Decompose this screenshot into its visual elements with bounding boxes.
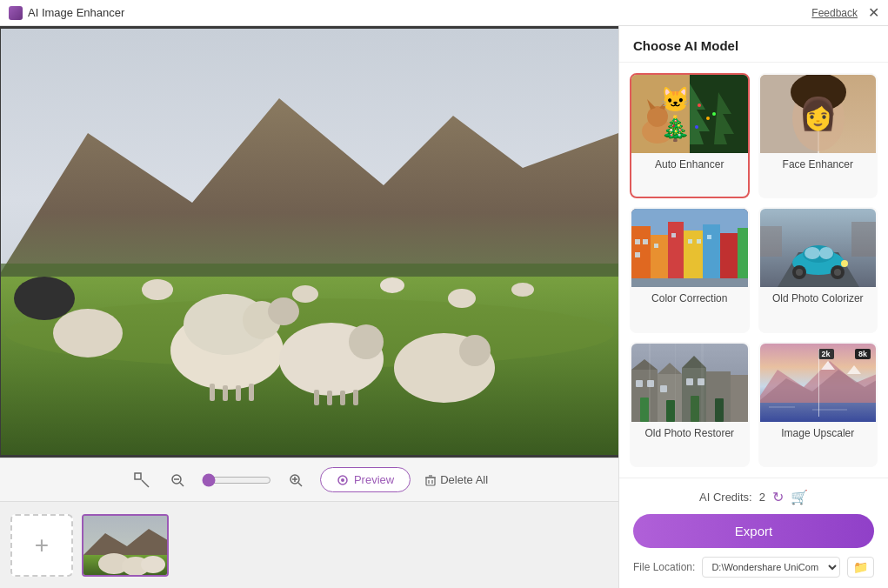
- svg-point-55: [698, 104, 701, 107]
- model-card-color-correction[interactable]: Color Correction: [630, 207, 750, 332]
- canvas-area: Preview Delete All +: [0, 26, 618, 588]
- preview-button[interactable]: Preview: [320, 467, 411, 492]
- model-label-old-photo-colorizer: Old Photo Colorizer: [760, 287, 877, 310]
- file-location-label: File Location:: [633, 561, 695, 573]
- 8k-badge: 8k: [855, 349, 871, 359]
- svg-rect-82: [654, 244, 658, 248]
- svg-rect-81: [635, 252, 640, 257]
- panel-bottom: AI Credits: 2 ↻ 🛒 Export File Location: …: [619, 478, 888, 588]
- svg-rect-100: [851, 222, 877, 257]
- model-thumb-old-photo-colorizer: [760, 209, 877, 287]
- svg-rect-39: [426, 478, 435, 485]
- delete-all-label: Delete All: [440, 473, 488, 486]
- model-label-old-photo-restorer: Old Photo Restorer: [631, 422, 748, 444]
- file-location-select[interactable]: D:\Wondershare UniCom: [702, 557, 840, 578]
- add-image-button[interactable]: +: [10, 514, 73, 577]
- zoom-out-button[interactable]: [167, 470, 188, 491]
- divider-line: [818, 349, 819, 417]
- filmstrip: +: [0, 501, 618, 588]
- feedback-link[interactable]: Feedback: [811, 7, 858, 19]
- thumbnail-1[interactable]: [82, 514, 169, 577]
- svg-rect-119: [649, 344, 651, 422]
- zoom-slider-container: [202, 473, 271, 487]
- titlebar-left: AI Image Enhancer: [9, 6, 124, 20]
- svg-rect-72: [631, 226, 651, 287]
- model-card-auto-enhancer[interactable]: Auto Enhancer: [630, 73, 750, 198]
- svg-rect-110: [640, 398, 649, 422]
- svg-rect-120: [675, 344, 676, 422]
- zoom-in-button[interactable]: [285, 470, 306, 491]
- zoom-slider[interactable]: [202, 473, 271, 487]
- svg-point-60: [647, 106, 668, 127]
- svg-line-36: [298, 483, 302, 486]
- model-thumb-old-photo-restorer: [631, 344, 748, 422]
- svg-point-56: [706, 117, 710, 120]
- titlebar: AI Image Enhancer Feedback ✕: [0, 0, 888, 26]
- model-card-old-photo-restorer[interactable]: Old Photo Restorer: [630, 342, 750, 467]
- svg-rect-83: [671, 233, 676, 237]
- svg-line-32: [180, 483, 184, 486]
- svg-rect-116: [660, 385, 667, 392]
- open-folder-button[interactable]: 📁: [847, 557, 874, 578]
- close-button[interactable]: ✕: [868, 6, 879, 20]
- svg-point-93: [796, 269, 803, 276]
- choose-ai-model-title: Choose AI Model: [633, 38, 738, 53]
- svg-point-97: [819, 247, 833, 259]
- model-thumb-color-correction: [631, 209, 748, 287]
- svg-point-15: [142, 279, 173, 300]
- model-thumb-image-upscaler: 2k 8k: [760, 344, 877, 422]
- model-label-auto-enhancer: Auto Enhancer: [631, 153, 748, 176]
- svg-marker-53: [690, 84, 710, 144]
- svg-rect-112: [691, 396, 699, 422]
- app-icon: [9, 6, 23, 20]
- svg-rect-121: [701, 344, 704, 422]
- svg-rect-28: [135, 473, 141, 479]
- svg-marker-62: [659, 99, 668, 110]
- file-location-row: File Location: D:\Wondershare UniCom 📁: [633, 557, 874, 578]
- svg-point-49: [141, 556, 165, 573]
- svg-rect-84: [688, 239, 692, 244]
- svg-rect-106: [731, 375, 748, 422]
- svg-rect-22: [236, 385, 241, 401]
- svg-rect-113: [715, 398, 724, 422]
- svg-rect-24: [314, 390, 319, 405]
- svg-rect-74: [668, 222, 684, 287]
- svg-point-57: [695, 125, 698, 129]
- svg-rect-99: [760, 226, 782, 257]
- refresh-icon[interactable]: ↻: [772, 489, 784, 505]
- model-label-face-enhancer: Face Enhancer: [760, 153, 877, 176]
- export-button[interactable]: Export: [633, 514, 874, 548]
- svg-point-58: [712, 112, 716, 116]
- svg-point-66: [792, 85, 845, 151]
- svg-point-12: [459, 335, 491, 366]
- image-viewport: [0, 26, 618, 458]
- svg-rect-50: [631, 75, 690, 153]
- svg-rect-86: [707, 235, 711, 239]
- panel-header: Choose AI Model: [619, 26, 888, 63]
- model-card-image-upscaler[interactable]: 2k 8k Image Upscaler: [758, 342, 878, 467]
- model-thumb-face-enhancer: [760, 75, 877, 153]
- model-thumb-auto-enhancer: [631, 75, 748, 153]
- titlebar-right: Feedback ✕: [811, 6, 879, 20]
- svg-point-17: [380, 277, 404, 293]
- model-label-color-correction: Color Correction: [631, 287, 748, 310]
- svg-rect-25: [327, 391, 332, 405]
- svg-point-8: [268, 297, 299, 325]
- svg-point-38: [341, 478, 344, 482]
- svg-point-10: [349, 324, 384, 359]
- model-card-old-photo-colorizer[interactable]: Old Photo Colorizer: [758, 207, 878, 332]
- svg-rect-111: [666, 400, 675, 422]
- model-label-image-upscaler: Image Upscaler: [760, 422, 877, 444]
- delete-all-button[interactable]: Delete All: [424, 473, 488, 486]
- credits-label: AI Credits:: [699, 491, 752, 504]
- model-card-face-enhancer[interactable]: Face Enhancer: [758, 73, 878, 198]
- cart-icon[interactable]: 🛒: [791, 489, 808, 505]
- toolbar: Preview Delete All: [0, 458, 618, 501]
- svg-rect-78: [738, 228, 748, 287]
- svg-rect-85: [697, 239, 701, 244]
- svg-rect-76: [703, 224, 720, 287]
- credits-value: 2: [759, 491, 765, 504]
- svg-rect-23: [249, 384, 254, 401]
- svg-point-67: [791, 75, 846, 111]
- selection-tool-button[interactable]: [130, 469, 153, 491]
